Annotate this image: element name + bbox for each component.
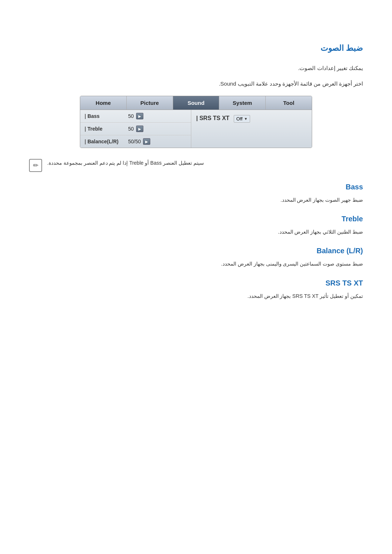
balance-number: 50/50 [128,139,141,144]
bass-heading: Bass [29,183,363,191]
srs-value: Off [236,116,242,122]
tab-picture[interactable]: Picture [127,96,173,110]
balance-value: 50/50 ▶ [128,138,150,145]
treble-number: 50 [128,126,134,132]
treble-row: Treble 50 ▶ [80,123,191,135]
dropdown-arrow-icon: ▼ [244,117,248,121]
balance-label: Balance(L/R) [85,139,128,144]
bass-desc: ضبط جهير الصوت بجهاز العرض المحدد. [29,196,363,205]
srs-dropdown[interactable]: Off ▼ [234,115,250,123]
treble-arrow[interactable]: ▶ [136,126,143,132]
treble-value: 50 ▶ [128,126,143,132]
bass-row: Bass 50 ▶ [80,110,191,123]
balance-heading: Balance (L/R) [29,247,363,255]
bass-value: 50 ▶ [128,113,143,119]
instruction-text: اختر أجهزة العرض من قائمة الأجهزة وحدد ع… [29,79,363,89]
bass-label: Bass [85,113,128,119]
pencil-icon: ✏ [33,161,38,169]
sections-container: Bass ضبط جهير الصوت بجهاز العرض المحدد. … [29,183,363,301]
balance-desc: ضبط مستوى صوت السماعتين اليسرى واليمنى ب… [29,259,363,268]
treble-desc: ضبط الطنين الثلاثي بجهاز العرض المحدد. [29,227,363,237]
balance-row: Balance(L/R) 50/50 ▶ [80,135,191,148]
srs-label: | SRS TS XT [196,115,230,122]
srs-heading: SRS TS XT [29,279,363,287]
bass-arrow[interactable]: ▶ [136,113,143,119]
menu-ui: Home Picture Sound System Tool Bass 50 ▶ [80,96,312,148]
menu-tabs: Home Picture Sound System Tool [80,96,312,110]
tab-system[interactable]: System [219,96,266,110]
tab-home[interactable]: Home [80,96,127,110]
treble-label: Treble [85,126,128,132]
note-text: سيتم تعطيل العنصر Bass أو Treble إذا لم … [47,159,204,168]
menu-content: Bass 50 ▶ Treble 50 ▶ Ba [80,110,312,148]
note-icon: ✏ [29,159,42,172]
srs-desc: تمكين أو تعطيل تأثير SRS TS XT بجهاز الع… [29,292,363,301]
balance-arrow[interactable]: ▶ [143,138,150,145]
note-section: سيتم تعطيل العنصر Bass أو Treble إذا لم … [29,159,363,172]
bass-number: 50 [128,113,134,119]
treble-heading: Treble [29,215,363,223]
tab-sound[interactable]: Sound [173,96,220,110]
tab-tool[interactable]: Tool [266,96,312,110]
intro-text: يمكنك تغيير إعدادات الصوت. [29,63,363,73]
page-title: ضبط الصوت [29,44,363,53]
